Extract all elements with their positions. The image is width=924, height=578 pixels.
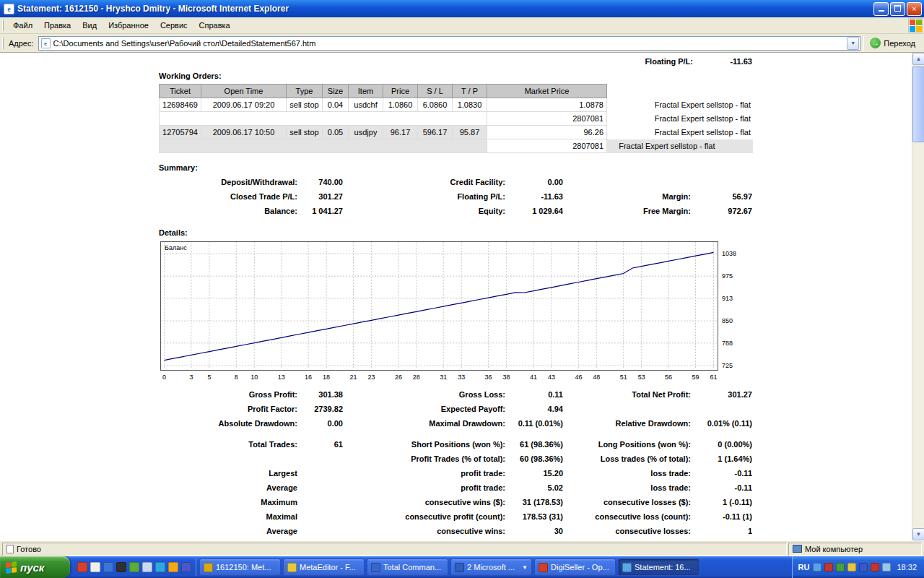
menu-item[interactable]: Файл [7, 19, 38, 32]
tray-icon[interactable] [859, 563, 868, 571]
vertical-scrollbar[interactable]: ▲ ▼ [912, 53, 924, 540]
svg-text:8: 8 [235, 374, 238, 381]
tray-icon[interactable] [882, 563, 891, 571]
floating-pl-row: Floating P/L: -11.63 [159, 57, 752, 66]
menu-item[interactable]: Сервис [154, 19, 193, 32]
taskbar-button[interactable]: Statement: 16... [618, 558, 699, 576]
task-label: DigiSeller - Op... [551, 563, 609, 571]
svg-text:21: 21 [349, 374, 357, 381]
taskbar-clock: 18:32 [897, 563, 917, 571]
menu-item[interactable]: Вид [77, 19, 103, 32]
go-arrow-icon: → [870, 38, 881, 48]
address-input[interactable]: e C:\Documents and Settings\user\Рабочий… [38, 36, 861, 51]
svg-text:913: 913 [722, 295, 733, 302]
svg-text:48: 48 [593, 374, 600, 381]
svg-text:5: 5 [207, 374, 211, 381]
quick-launch-icon[interactable] [90, 562, 100, 572]
status-ready-text: Готово [17, 545, 41, 553]
taskbar-button[interactable]: MetaEditor - F... [283, 558, 365, 576]
menu-item[interactable]: Правка [38, 19, 77, 32]
status-zone-text: Мой компьютер [805, 545, 863, 553]
taskbar-button[interactable]: 1612150: Met... [199, 558, 281, 576]
stat-row: Maximumconsecutive wins ($):31 (178.53)c… [159, 495, 752, 509]
quick-launch-icon[interactable] [168, 562, 178, 572]
minimize-button[interactable] [873, 2, 889, 16]
my-computer-icon [793, 545, 802, 553]
language-indicator[interactable]: RU [798, 563, 810, 571]
order-row: 127057942009.06.17 10:50sell stop0.05usd… [160, 126, 753, 139]
windows-logo-icon [908, 18, 923, 33]
taskbar-button[interactable]: 2 Microsoft ...▼ [450, 558, 532, 576]
svg-text:13: 13 [278, 374, 285, 381]
stat-row: Gross Profit:301.38Gross Loss:0.11Total … [159, 387, 752, 402]
scroll-down-icon[interactable]: ▼ [912, 528, 924, 540]
stat-row: Largestprofit trade:15.20loss trade:-0.1… [159, 466, 752, 480]
menu-item[interactable]: Избранное [103, 19, 154, 32]
window-title: Statement: 1612150 - Hryshco Dmitry - Mi… [17, 4, 872, 14]
menu-items: ФайлПравкаВидИзбранноеСервисСправка [7, 19, 236, 32]
quick-launch-icon[interactable] [129, 562, 139, 572]
orders-col-header: Open Time [201, 85, 287, 98]
address-dropdown-button[interactable]: ▼ [847, 37, 859, 50]
svg-text:31: 31 [440, 374, 447, 381]
order-row: 2807081Fractal Expert sellstop - flat [160, 112, 753, 126]
svg-text:36: 36 [485, 374, 492, 381]
task-buttons: 1612150: Met...MetaEditor - F...Total Co… [196, 558, 792, 576]
svg-text:725: 725 [722, 362, 733, 369]
svg-text:18: 18 [323, 374, 330, 381]
stat-row: Profit Factor:2739.82Expected Payoff:4.9… [159, 402, 752, 416]
svg-text:16: 16 [305, 374, 312, 381]
svg-text:975: 975 [722, 272, 733, 280]
toolbar-grip[interactable] [2, 20, 5, 31]
svg-text:38: 38 [503, 374, 510, 381]
stat-row: Total Trades:61Short Positions (won %):6… [159, 437, 752, 452]
tray-icon[interactable] [813, 563, 821, 571]
stat-row: Averageconsecutive wins:30consecutive lo… [159, 524, 752, 538]
quick-launch-icon[interactable] [103, 562, 113, 572]
start-label: пуск [20, 561, 44, 574]
address-value: C:\Documents and Settings\user\Рабочий с… [53, 39, 847, 48]
working-orders-heading: Working Orders: [159, 72, 752, 80]
chart-area: 0358101316182123262831333638414346485153… [160, 241, 752, 384]
svg-text:53: 53 [638, 374, 645, 381]
task-app-icon [455, 563, 464, 572]
working-orders-table: TicketOpen TimeTypeSizeItemPriceS / LT /… [159, 84, 753, 153]
toolbar-grip[interactable] [2, 38, 5, 49]
quick-launch-icon[interactable] [116, 562, 126, 572]
tray-icon[interactable] [824, 563, 833, 571]
summary-heading: Summary: [159, 163, 752, 172]
maximize-button[interactable] [890, 2, 905, 16]
quick-launch-icon[interactable] [181, 562, 191, 572]
taskbar-button[interactable]: Total Comman... [367, 558, 448, 576]
summary-table: Deposit/Withdrawal:740.00Credit Facility… [159, 175, 752, 218]
floating-pl-value: -11.63 [693, 57, 752, 66]
stat-row: Maximalconsecutive profit (count):178.53… [159, 509, 752, 524]
orders-col-header: Price [383, 85, 418, 98]
stat-row: Balance:1 041.27Equity:1 029.64Free Marg… [159, 204, 752, 218]
scroll-up-icon[interactable]: ▲ [912, 53, 924, 65]
tray-icon[interactable] [871, 563, 879, 571]
browser-content: Floating P/L: -11.63 Working Orders: Tic… [0, 53, 924, 540]
tray-icon[interactable] [847, 563, 856, 571]
quick-launch-icon[interactable] [142, 562, 152, 572]
scroll-thumb[interactable] [912, 66, 924, 142]
quick-launch-icon[interactable] [155, 562, 165, 572]
close-button[interactable]: × [907, 2, 922, 16]
order-row: 2807081Fractal Expert sellstop - flat [160, 139, 753, 153]
orders-col-header: Market Price [487, 85, 607, 98]
go-button[interactable]: → Переход [867, 36, 921, 50]
start-button[interactable]: пуск [0, 556, 70, 578]
svg-text:3: 3 [189, 374, 193, 381]
tray-icons [813, 563, 891, 571]
ie-document-icon: e [4, 4, 14, 14]
address-bar: Адрес: e C:\Documents and Settings\user\… [0, 34, 924, 53]
task-app-icon [204, 563, 213, 572]
menu-item[interactable]: Справка [193, 19, 236, 32]
task-app-icon [539, 563, 548, 572]
stat-row: Deposit/Withdrawal:740.00Credit Facility… [159, 175, 752, 189]
tray-icon[interactable] [836, 563, 845, 571]
statement-page: Floating P/L: -11.63 Working Orders: Tic… [0, 53, 912, 540]
task-app-icon [622, 563, 632, 572]
quick-launch-icon[interactable] [77, 562, 87, 572]
taskbar-button[interactable]: DigiSeller - Op... [534, 558, 616, 576]
